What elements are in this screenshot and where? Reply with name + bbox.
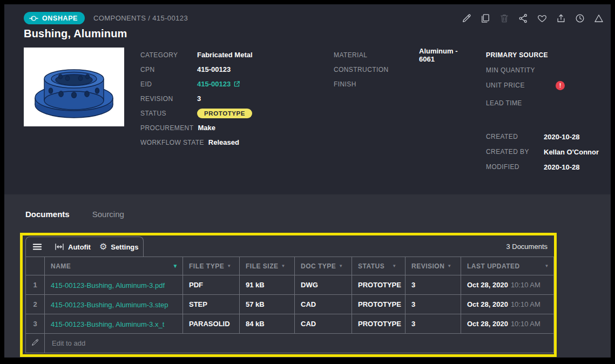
tab-documents[interactable]: Documents xyxy=(25,210,70,219)
header-row-number xyxy=(26,257,45,275)
duplicate-icon[interactable] xyxy=(480,13,491,24)
document-name-cell: 415-00123-Bushing, Aluminum-3.pdf xyxy=(45,275,183,295)
edit-to-add-field[interactable]: Edit to add xyxy=(45,334,554,353)
documents-section: Documents Sourcing Autofit ⚙ Settings 3 … xyxy=(4,194,611,358)
component-header-section: ONSHAPE COMPONENTS / 415-00123 xyxy=(4,4,611,194)
part-thumbnail[interactable] xyxy=(24,48,124,126)
created-by-label: CREATED BY xyxy=(486,148,539,156)
modified-label: MODIFIED xyxy=(486,163,539,171)
column-header-revision[interactable]: REVISION▼ xyxy=(406,257,461,275)
document-name-cell: 415-00123-Bushing, Aluminum-3.step xyxy=(45,295,183,314)
column-header-name[interactable]: NAME▼ xyxy=(45,257,183,275)
documents-table: NAME▼ FILE TYPE▼ FILE SIZE▼ DOC TYPE▼ ST… xyxy=(25,257,554,353)
onshape-badge[interactable]: ONSHAPE xyxy=(24,12,85,24)
warning-icon[interactable] xyxy=(593,13,604,24)
revision-cell: 3 xyxy=(406,275,461,295)
topbar: ONSHAPE COMPONENTS / 415-00123 xyxy=(24,12,605,24)
column-header-doc-type[interactable]: DOC TYPE▼ xyxy=(295,257,352,275)
file-size-cell: 84 kB xyxy=(240,314,295,334)
last-updated-cell: Oct 28, 202010:10 AM xyxy=(461,314,554,334)
category-value: Fabricated Metal xyxy=(197,51,253,59)
action-toolbar xyxy=(461,13,605,24)
filter-triangle-icon: ▼ xyxy=(447,264,451,268)
tab-sourcing[interactable]: Sourcing xyxy=(92,210,124,219)
brand-label: ONSHAPE xyxy=(42,15,78,22)
workflow-state-label: WORKFLOW STATE xyxy=(140,139,204,146)
status-label: STATUS xyxy=(140,110,193,117)
filter-triangle-icon: ▼ xyxy=(281,264,286,268)
unit-price-alert-icon[interactable]: ! xyxy=(556,81,565,90)
revision-cell: 3 xyxy=(406,295,461,314)
lead-time-label: LEAD TIME xyxy=(486,99,539,107)
material-label: MATERIAL xyxy=(334,51,415,59)
min-quantity-label: MIN QUANTITY xyxy=(486,66,539,74)
document-link[interactable]: 415-00123-Bushing, Aluminum-3.pdf xyxy=(51,281,165,289)
breadcrumb: COMPONENTS / 415-00123 xyxy=(93,14,188,22)
delete-icon[interactable] xyxy=(499,13,510,24)
eid-link[interactable]: 415-00123 xyxy=(197,80,240,88)
created-value: 2020-10-28 xyxy=(544,133,580,141)
favorite-icon[interactable] xyxy=(537,13,548,24)
last-updated-cell: Oct 28, 202010:10 AM xyxy=(461,275,554,295)
created-by-value: Kellan O'Connor xyxy=(544,148,599,156)
sort-desc-icon: ▼ xyxy=(173,263,178,269)
doc-type-cell: CAD xyxy=(295,295,352,314)
file-type-cell: PARASOLID xyxy=(183,314,240,334)
bushing-part-image xyxy=(24,48,124,126)
settings-button[interactable]: ⚙ Settings xyxy=(91,242,139,251)
cpn-value: 415-00123 xyxy=(197,65,231,73)
primary-source-label: PRIMARY SOURCE xyxy=(486,51,548,59)
column-header-last-updated[interactable]: LAST UPDATED▼ xyxy=(461,257,554,275)
modified-value: 2020-10-28 xyxy=(544,163,580,171)
autofit-button[interactable]: Autofit xyxy=(55,242,91,251)
onshape-logo-icon xyxy=(29,15,38,22)
procurement-label: PROCUREMENT xyxy=(140,124,193,132)
revision-value: 3 xyxy=(197,95,201,103)
filter-triangle-icon: ▼ xyxy=(227,264,231,268)
documents-table-highlight: Autofit ⚙ Settings 3 Documents NAME▼ FIL… xyxy=(20,233,557,357)
doc-type-cell: CAD xyxy=(295,314,352,334)
pencil-icon xyxy=(31,338,39,347)
table-row: 1 415-00123-Bushing, Aluminum-3.pdf PDF … xyxy=(26,275,554,295)
table-row: 2 415-00123-Bushing, Aluminum-3.step STE… xyxy=(26,295,554,314)
file-type-cell: PDF xyxy=(183,275,240,295)
column-header-file-type[interactable]: FILE TYPE▼ xyxy=(183,257,240,275)
document-name-cell: 415-00123-Bushing, Aluminum-3.x_t xyxy=(45,314,183,334)
audit-block: CREATED2020-10-28 CREATED BYKellan O'Con… xyxy=(486,129,605,174)
share-icon[interactable] xyxy=(518,13,529,24)
component-details: CATEGORYFabricated Metal CPN415-00123 EI… xyxy=(24,48,605,174)
unit-price-label: UNIT PRICE xyxy=(486,82,539,89)
row-number: 2 xyxy=(26,295,45,314)
table-row: 3 415-00123-Bushing, Aluminum-3.x_t PARA… xyxy=(26,314,554,334)
finish-label: FINISH xyxy=(334,80,415,88)
status-badge: PROTOTYPE xyxy=(197,109,252,118)
file-type-cell: STEP xyxy=(183,295,240,314)
export-icon[interactable] xyxy=(556,13,566,24)
details-column-middle: MATERIALAluminum - 6061 CONSTRUCTION FIN… xyxy=(334,48,472,174)
autofit-icon xyxy=(55,242,64,251)
file-size-cell: 91 kB xyxy=(240,275,295,295)
history-icon[interactable] xyxy=(575,13,585,24)
document-link[interactable]: 415-00123-Bushing, Aluminum-3.x_t xyxy=(51,320,164,328)
column-header-status[interactable]: STATUS▼ xyxy=(352,257,406,275)
filter-triangle-icon: ▼ xyxy=(392,264,396,268)
edit-row-pencil-button[interactable] xyxy=(26,334,45,353)
status-cell: PROTOTYPE xyxy=(352,275,406,295)
edit-icon[interactable] xyxy=(461,13,472,24)
section-tabs: Documents Sourcing xyxy=(25,210,124,219)
document-link[interactable]: 415-00123-Bushing, Aluminum-3.step xyxy=(51,301,168,309)
workflow-state-value: Released xyxy=(208,138,239,146)
hamburger-icon xyxy=(32,242,42,251)
row-number: 3 xyxy=(26,314,45,334)
status-cell: PROTOTYPE xyxy=(352,295,406,314)
status-cell: PROTOTYPE xyxy=(352,314,406,334)
details-column-left: CATEGORYFabricated Metal CPN415-00123 EI… xyxy=(140,48,319,174)
column-header-file-size[interactable]: FILE SIZE▼ xyxy=(240,257,295,275)
eid-label: EID xyxy=(140,80,193,88)
cpn-label: CPN xyxy=(140,66,193,73)
doc-type-cell: DWG xyxy=(295,275,352,295)
table-menu-button[interactable] xyxy=(32,242,42,251)
filter-triangle-icon: ▼ xyxy=(339,264,343,268)
details-column-right: PRIMARY SOURCE MIN QUANTITY UNIT PRICE !… xyxy=(486,48,605,174)
external-link-icon xyxy=(233,80,240,87)
